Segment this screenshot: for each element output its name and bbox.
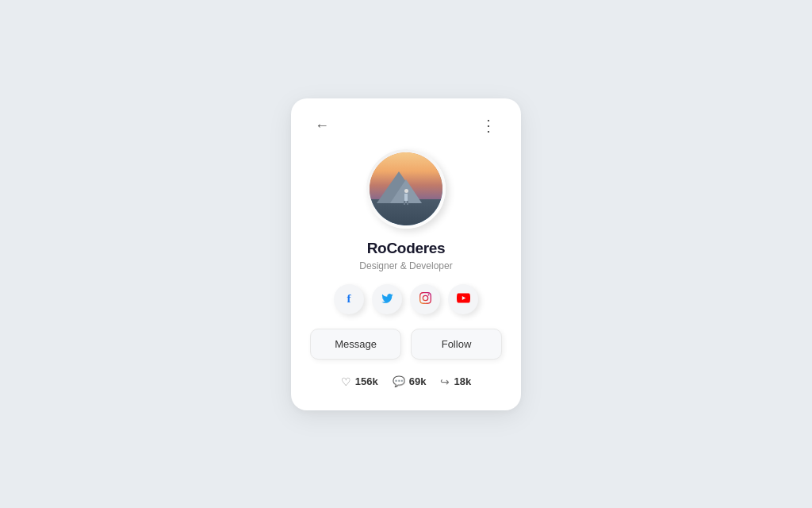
comments-value: 69k [409, 375, 427, 387]
share-icon: ↪ [440, 375, 450, 388]
shares-value: 18k [454, 375, 471, 387]
card-header: ← ⋮ [310, 114, 502, 137]
avatar-wrapper [366, 149, 446, 229]
follow-button[interactable]: Follow [411, 329, 502, 360]
user-bio: Designer & Developer [359, 260, 452, 271]
facebook-button[interactable]: f [334, 284, 364, 314]
shares-stat: ↪ 18k [440, 375, 471, 388]
heart-icon: ♡ [341, 375, 351, 388]
user-name: RoCoderes [367, 240, 446, 257]
stats-row: ♡ 156k 💬 69k ↪ 18k [310, 375, 502, 388]
message-button[interactable]: Message [310, 329, 401, 360]
facebook-icon: f [347, 292, 351, 306]
comment-icon: 💬 [393, 375, 405, 387]
youtube-icon [457, 293, 470, 306]
avatar [370, 152, 442, 225]
comments-stat: 💬 69k [393, 375, 427, 387]
likes-value: 156k [355, 375, 378, 387]
back-button[interactable]: ← [310, 115, 334, 136]
twitter-button[interactable] [372, 284, 402, 314]
social-icons-row: f [334, 284, 478, 314]
instagram-button[interactable] [410, 284, 440, 314]
profile-card: ← ⋮ RoCoderes [291, 98, 521, 410]
likes-stat: ♡ 156k [341, 375, 378, 388]
youtube-button[interactable] [448, 284, 478, 314]
instagram-icon [419, 292, 431, 306]
action-buttons-row: Message Follow [310, 329, 502, 360]
twitter-icon [381, 293, 393, 306]
more-options-button[interactable]: ⋮ [476, 114, 502, 137]
